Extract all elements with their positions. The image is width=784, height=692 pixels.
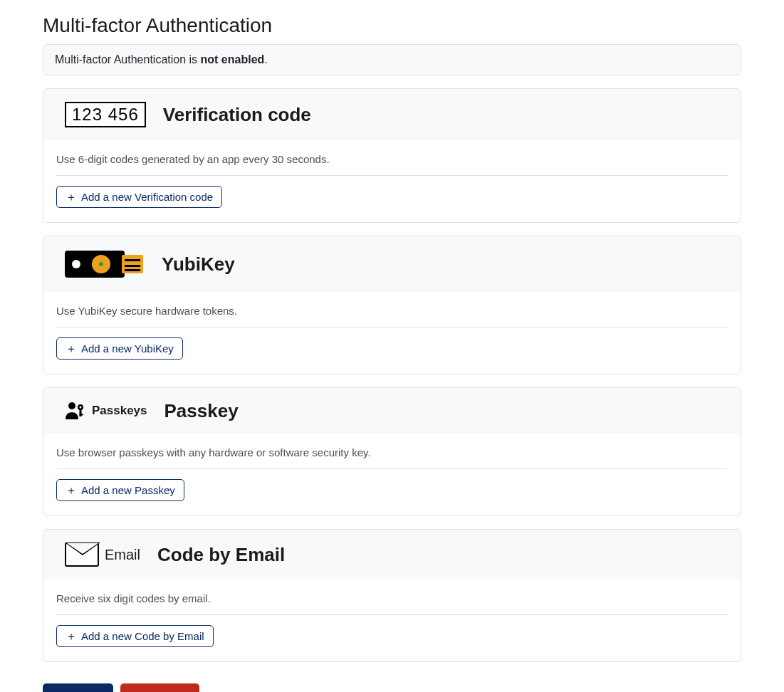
verification-code-card: 123 456 Verification code Use 6-digit co… (43, 88, 741, 223)
add-email-code-button[interactable]: ＋ Add a new Code by Email (56, 625, 214, 647)
mfa-status-strong: not enabled (201, 53, 265, 65)
add-passkey-label: Add a new Passkey (81, 484, 175, 496)
passkey-icon-label: Passkeys (92, 404, 147, 418)
yubikey-desc: Use YubiKey secure hardware tokens. (56, 305, 728, 327)
svg-point-2 (80, 407, 82, 409)
verification-code-desc: Use 6-digit codes generated by an app ev… (56, 153, 728, 176)
email-icon-label: Email (105, 547, 140, 563)
email-icon-wrap: Email (43, 530, 140, 580)
svg-rect-4 (80, 414, 83, 416)
mfa-status-suffix: . (264, 53, 267, 65)
add-email-code-label: Add a new Code by Email (81, 630, 204, 642)
yubikey-title: YubiKey (162, 253, 235, 276)
svg-point-0 (68, 402, 75, 409)
add-yubikey-label: Add a new YubiKey (81, 342, 174, 355)
email-desc: Receive six digit codes by email. (56, 592, 728, 615)
passkey-header: Passkeys Passkey (43, 388, 741, 434)
mfa-status-prefix: Multi-factor Authentication is (55, 53, 201, 65)
plus-icon: ＋ (66, 631, 77, 642)
email-title: Code by Email (157, 544, 285, 566)
code-digits-icon: 123 456 (65, 102, 146, 127)
yubikey-header: YubiKey (43, 236, 741, 292)
passkey-title: Passkey (164, 400, 239, 422)
add-passkey-button[interactable]: ＋ Add a new Passkey (56, 479, 184, 501)
passkey-desc: Use browser passkeys with any hardware o… (56, 446, 728, 469)
email-card: Email Code by Email Receive six digit co… (43, 529, 741, 662)
verification-code-title: Verification code (163, 104, 311, 126)
plus-icon: ＋ (66, 192, 77, 203)
footer-buttons: Save Cancel (43, 683, 741, 692)
mfa-status-box: Multi-factor Authentication is not enabl… (43, 44, 741, 75)
add-verification-code-label: Add a new Verification code (81, 191, 213, 203)
add-yubikey-button[interactable]: ＋ Add a new YubiKey (56, 337, 183, 360)
passkey-card: Passkeys Passkey Use browser passkeys wi… (43, 387, 741, 516)
envelope-icon (65, 542, 99, 567)
plus-icon: ＋ (66, 343, 77, 355)
yubikey-icon (43, 236, 145, 292)
cancel-button[interactable]: Cancel (120, 683, 199, 692)
verification-code-icon: 123 456 (43, 89, 146, 140)
plus-icon: ＋ (66, 485, 77, 496)
verification-code-header: 123 456 Verification code (43, 89, 741, 140)
passkey-icon (65, 401, 86, 421)
add-verification-code-button[interactable]: ＋ Add a new Verification code (56, 186, 222, 208)
page-title: Multi-factor Authentication (43, 14, 741, 37)
save-button[interactable]: Save (43, 683, 113, 692)
email-header: Email Code by Email (43, 530, 741, 580)
passkey-icon-wrap: Passkeys (43, 388, 147, 434)
yubikey-card: YubiKey Use YubiKey secure hardware toke… (43, 236, 741, 374)
